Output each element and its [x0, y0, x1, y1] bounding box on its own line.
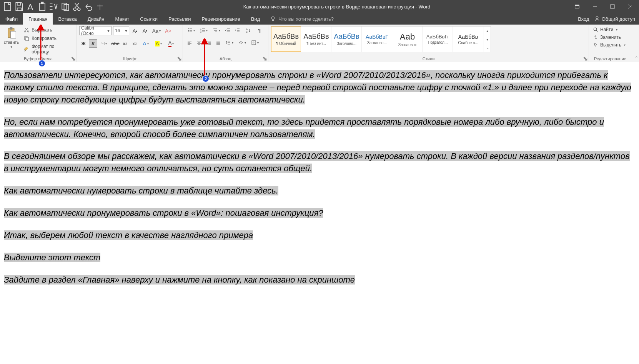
doc-paragraph: Выделите этот текст [4, 251, 635, 264]
svg-point-11 [271, 17, 275, 20]
bold-button[interactable]: Ж [79, 39, 88, 48]
font-size-combo[interactable]: 16▾ [113, 26, 129, 35]
svg-text:3: 3 [200, 31, 201, 33]
spelling-icon[interactable] [48, 1, 59, 12]
select-button[interactable]: Выделить▾ [591, 41, 627, 48]
underline-button[interactable]: Ч▾ [98, 39, 110, 48]
styles-gallery[interactable]: АаБбВв¶ Обычный АаБбВв¶ Без инт... АаБбВ… [271, 26, 491, 52]
styles-more-button[interactable]: ⌄ [484, 43, 491, 52]
highlight-button[interactable]: A▾ [153, 39, 164, 48]
svg-point-22 [188, 31, 189, 32]
clear-format-button[interactable]: A⊘ [164, 26, 172, 35]
svg-rect-9 [575, 5, 579, 6]
qat-customize-icon[interactable] [95, 1, 105, 12]
font-icon[interactable]: A [25, 1, 36, 12]
tab-file[interactable]: Файл [0, 13, 23, 25]
align-left-button[interactable] [185, 38, 194, 47]
numbering-button[interactable]: 123▾ [198, 26, 210, 35]
svg-point-21 [188, 30, 189, 31]
cut-icon[interactable] [72, 1, 82, 12]
collapse-ribbon-button[interactable]: ^ [636, 56, 637, 60]
new-doc-icon[interactable] [2, 1, 13, 12]
styles-launcher[interactable]: ⬊ [582, 56, 588, 61]
ribbon-display-icon[interactable] [568, 0, 586, 13]
show-marks-button[interactable]: ¶ [255, 26, 264, 35]
save-icon[interactable] [14, 1, 25, 12]
style-heading1[interactable]: АаБбВвЗаголово... [332, 26, 362, 52]
window-title: Как автоматически пронумеровать строки в… [105, 4, 568, 10]
cut-button[interactable]: Вырезать [22, 26, 74, 34]
signin-link[interactable]: Вход [578, 16, 589, 22]
window-controls [568, 0, 639, 13]
tab-layout[interactable]: Макет [110, 13, 135, 25]
format-painter-button[interactable]: Формат по образцу [22, 43, 74, 55]
lightbulb-icon [270, 16, 276, 22]
increase-indent-button[interactable] [233, 26, 241, 35]
superscript-button[interactable]: x2 [130, 39, 139, 48]
undo-icon[interactable] [83, 1, 94, 12]
close-button[interactable] [621, 0, 639, 13]
italic-button[interactable]: К [89, 39, 97, 48]
svg-text:A: A [246, 28, 248, 30]
copy-icon[interactable] [60, 1, 71, 12]
subscript-button[interactable]: x2 [121, 39, 129, 48]
shading-button[interactable]: ▾ [236, 38, 248, 47]
multilevel-button[interactable]: ▾ [211, 26, 222, 35]
svg-text:A: A [27, 2, 33, 12]
svg-point-6 [73, 8, 76, 11]
paragraph-launcher[interactable]: ⬊ [262, 56, 267, 61]
tab-insert[interactable]: Вставка [53, 13, 82, 25]
grow-font-button[interactable]: A▴ [131, 26, 139, 35]
style-heading2[interactable]: АаБбВвГЗаголово... [362, 26, 392, 52]
shrink-font-button[interactable]: A▾ [141, 26, 149, 35]
doc-paragraph: Как автоматически пронумеровать строки в… [4, 207, 635, 219]
tab-mailings[interactable]: Рассылки [163, 13, 196, 25]
tab-home[interactable]: Главная [23, 13, 53, 25]
share-button[interactable]: Общий доступ [594, 16, 635, 22]
styles-down-button[interactable]: ▾ [484, 35, 491, 43]
document-area[interactable]: Пользователи интересуются, как автоматич… [0, 62, 639, 303]
svg-point-16 [24, 31, 26, 32]
borders-button[interactable]: ▾ [249, 38, 261, 47]
sort-button[interactable]: AZ [243, 26, 254, 35]
line-spacing-button[interactable]: ▾ [224, 38, 235, 47]
tell-me-search[interactable]: Что вы хотите сделать? [265, 13, 334, 25]
style-subtitle[interactable]: АаБбВвГгПодзагол... [423, 26, 453, 52]
find-button[interactable]: Найти▾ [591, 26, 627, 33]
style-no-spacing[interactable]: АаБбВв¶ Без инт... [301, 26, 331, 52]
text-effects-button[interactable]: A▾ [140, 39, 151, 48]
scissors-icon [23, 27, 30, 33]
style-title[interactable]: АаbЗаголовок [393, 26, 423, 52]
maximize-button[interactable] [604, 0, 621, 13]
badge-1: 1 [38, 60, 45, 67]
font-color-button[interactable]: A▾ [165, 39, 177, 48]
svg-text:Z: Z [246, 31, 248, 33]
change-case-button[interactable]: Aa▾ [151, 26, 162, 35]
doc-paragraph: Как автоматически нумеровать строки в та… [4, 185, 635, 197]
svg-rect-15 [10, 31, 16, 38]
decrease-indent-button[interactable] [223, 26, 232, 35]
svg-point-12 [596, 17, 598, 19]
style-subtle[interactable]: АаБбВвСлабое в... [453, 26, 483, 52]
style-normal[interactable]: АаБбВв¶ Обычный [271, 26, 301, 52]
title-bar: A Как автоматически пронумеровать строки… [0, 0, 639, 13]
font-name-combo[interactable]: Calibri (Осно▾ [79, 26, 111, 35]
copy-button[interactable]: Копировать [22, 35, 74, 42]
styles-up-button[interactable]: ▴ [484, 26, 491, 35]
bullets-button[interactable]: ▾ [185, 26, 197, 35]
svg-point-20 [188, 28, 189, 29]
clipboard-launcher[interactable]: ⬊ [70, 56, 76, 61]
font-launcher[interactable]: ⬊ [176, 56, 182, 61]
svg-point-17 [27, 31, 29, 32]
minimize-button[interactable] [586, 0, 604, 13]
strike-button[interactable]: abc [111, 39, 120, 48]
tab-design[interactable]: Дизайн [82, 13, 110, 25]
tab-references[interactable]: Ссылки [135, 13, 163, 25]
paste-icon[interactable] [37, 1, 48, 12]
tab-review[interactable]: Рецензирование [196, 13, 245, 25]
replace-button[interactable]: Заменить [591, 34, 627, 41]
paste-button[interactable]: ставить ▼ [2, 26, 20, 56]
tab-view[interactable]: Вид [246, 13, 266, 25]
align-justify-button[interactable] [214, 38, 223, 47]
doc-paragraph: В сегодняшнем обзоре мы расскажем, как а… [4, 150, 635, 175]
